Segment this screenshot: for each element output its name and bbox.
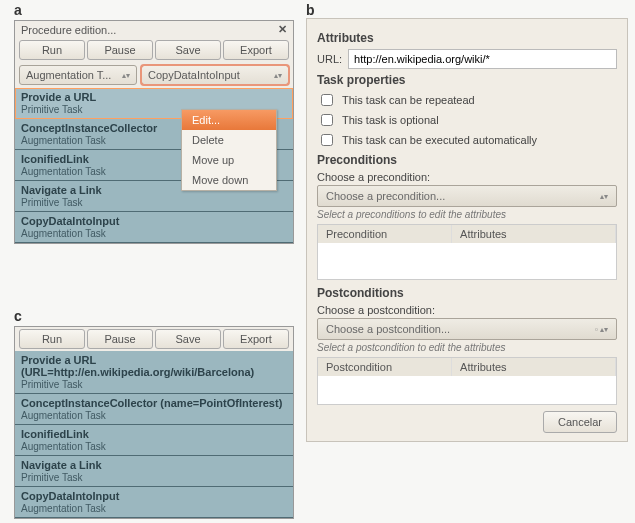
task-title: ConceptInstanceCollector (name=PointOfIn… [15,394,293,409]
panel-a-header: Procedure edition... ✕ [15,21,293,38]
close-icon[interactable]: ✕ [278,23,287,36]
task-title: IconifiedLink [15,425,293,440]
task-row[interactable]: Provide a URL (URL=http://en.wikipedia.o… [15,351,293,394]
postcondition-dropdown[interactable]: Choose a postcondition... ▫ ▴▾ [317,318,617,340]
postcondition-hint: Select a postcondition to edit the attri… [317,342,617,353]
attributes-header: Attributes [317,31,617,45]
export-button[interactable]: Export [223,40,289,60]
task-title: Provide a URL [15,88,293,103]
task-sub: Augmentation Task [15,440,293,455]
export-button[interactable]: Export [223,329,289,349]
panel-b: Attributes URL: Task properties This tas… [306,18,628,442]
chevron-updown-icon: ▴▾ [600,192,608,201]
url-label: URL: [317,53,342,65]
task-sub: Primitive Task [15,471,293,486]
label-b: b [306,2,315,18]
preconditions-header: Preconditions [317,153,617,167]
task-select-combo[interactable]: CopyDataIntoInput ▴▾ [141,65,289,85]
postcondition-col2: Attributes [452,358,616,376]
url-input[interactable] [348,49,617,69]
task-properties-header: Task properties [317,73,617,87]
task-sub: Primitive Task [15,378,293,393]
menu-item-edit[interactable]: Edit... [182,110,276,130]
task-type-combo-label: Augmentation T... [26,69,111,81]
repeatable-label: This task can be repeatead [342,94,475,106]
menu-item-delete[interactable]: Delete [182,130,276,150]
task-title: Navigate a Link [15,456,293,471]
task-type-combo[interactable]: Augmentation T... ▴▾ [19,65,137,85]
repeatable-checkbox[interactable] [321,94,333,106]
pause-button[interactable]: Pause [87,329,153,349]
task-title: CopyDataIntoInput [15,487,293,502]
postcondition-table: Postcondition Attributes [317,357,617,405]
precondition-col2: Attributes [452,225,616,243]
menu-item-movedown[interactable]: Move down [182,170,276,190]
cancel-button[interactable]: Cancelar [543,411,617,433]
postcondition-dropdown-label: Choose a postcondition... [326,323,450,335]
run-button[interactable]: Run [19,329,85,349]
task-row[interactable]: IconifiedLink Augmentation Task [15,425,293,456]
pause-button[interactable]: Pause [87,40,153,60]
task-title: CopyDataIntoInput [15,212,293,227]
task-row[interactable]: CopyDataIntoInput Augmentation Task [15,212,293,243]
optional-label: This task is optional [342,114,439,126]
optional-checkbox[interactable] [321,114,333,126]
task-row[interactable]: ConceptInstanceCollector (name=PointOfIn… [15,394,293,425]
precondition-dropdown-label: Choose a precondition... [326,190,445,202]
automatic-checkbox[interactable] [321,134,333,146]
task-row[interactable]: Navigate a Link Primitive Task [15,456,293,487]
task-sub: Augmentation Task [15,227,293,242]
precondition-choose-label: Choose a precondition: [317,171,617,183]
postconditions-header: Postconditions [317,286,617,300]
postcondition-col1: Postcondition [318,358,452,376]
postcondition-tbody [318,376,616,404]
precondition-table: Precondition Attributes [317,224,617,280]
run-button[interactable]: Run [19,40,85,60]
panel-a-title: Procedure edition... [21,24,116,36]
chevron-updown-icon: ▫ ▴▾ [595,325,608,334]
task-select-combo-label: CopyDataIntoInput [148,69,240,81]
precondition-dropdown[interactable]: Choose a precondition... ▴▾ [317,185,617,207]
chevron-updown-icon: ▴▾ [122,71,130,80]
task-list-c: Provide a URL (URL=http://en.wikipedia.o… [15,351,293,518]
task-sub: Augmentation Task [15,409,293,424]
save-button[interactable]: Save [155,40,221,60]
precondition-hint: Select a preconditions to edit the attri… [317,209,617,220]
task-sub: Primitive Task [15,196,293,211]
chevron-updown-icon: ▴▾ [274,71,282,80]
postcondition-choose-label: Choose a postcondition: [317,304,617,316]
automatic-label: This task can be executed automatically [342,134,537,146]
precondition-col1: Precondition [318,225,452,243]
context-menu: Edit... Delete Move up Move down [181,109,277,191]
menu-item-moveup[interactable]: Move up [182,150,276,170]
label-a: a [14,2,22,18]
task-row[interactable]: CopyDataIntoInput Augmentation Task [15,487,293,518]
save-button[interactable]: Save [155,329,221,349]
task-sub: Augmentation Task [15,502,293,517]
task-title: Provide a URL (URL=http://en.wikipedia.o… [15,351,293,378]
label-c: c [14,308,22,324]
panel-c: Run Pause Save Export Provide a URL (URL… [14,326,294,519]
precondition-tbody [318,243,616,279]
